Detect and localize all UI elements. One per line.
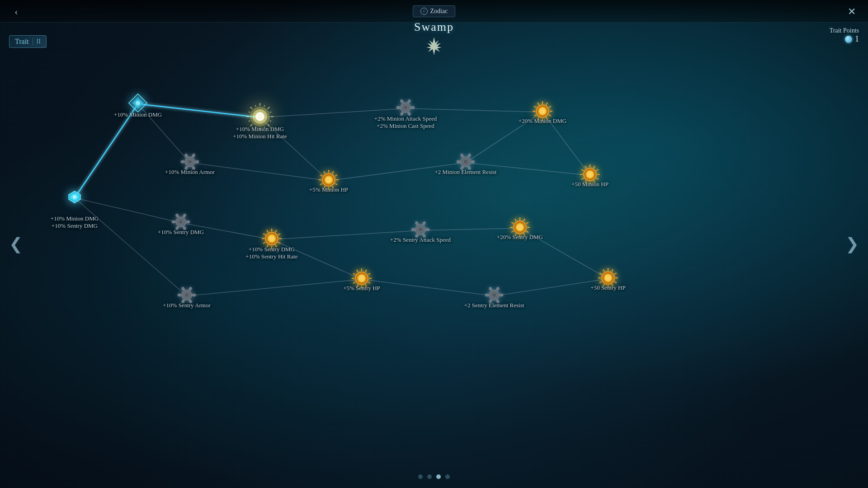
node-sun-minion-dmg-20[interactable]: +20% Minion DMG (531, 99, 554, 125)
node-gear-minion-elem[interactable]: +2 Minion Element Resist (455, 151, 476, 174)
svg-line-31 (264, 127, 264, 128)
svg-point-192 (500, 294, 503, 296)
node-sun-sentry-dmg-20[interactable]: +20% Sentry DMG (508, 216, 532, 241)
svg-line-209 (599, 282, 602, 283)
svg-point-184 (192, 294, 196, 296)
nav-right-button[interactable]: ❯ (845, 235, 859, 253)
points-gem-icon (845, 36, 852, 43)
svg-line-136 (267, 245, 268, 247)
svg-point-51 (181, 160, 184, 163)
svg-line-143 (278, 234, 280, 235)
svg-point-91 (539, 108, 546, 114)
svg-line-103 (549, 106, 551, 108)
svg-line-180 (357, 270, 358, 272)
node-gear-sentry-armor[interactable]: +10% Sentry Armor (176, 285, 197, 307)
dot-3[interactable] (436, 474, 441, 479)
trait-label: Trait (15, 38, 29, 46)
svg-point-144 (426, 228, 429, 231)
svg-line-2 (260, 108, 406, 117)
svg-line-179 (353, 273, 355, 275)
svg-line-206 (612, 284, 613, 286)
close-button[interactable]: ✕ (844, 5, 859, 19)
svg-line-102 (546, 103, 547, 105)
svg-line-110 (594, 181, 595, 183)
svg-point-107 (587, 171, 593, 178)
svg-point-80 (471, 160, 475, 163)
node-sun-minion-hp-50[interactable]: +50 Minion HP (578, 163, 602, 188)
zodiac-tab[interactable]: i Zodiac (413, 5, 456, 17)
node-gear-sentry-elem[interactable]: +2 Sentry Element Resist (484, 285, 505, 307)
svg-line-174 (365, 285, 367, 287)
node-sun-sentry-dmg-hit[interactable]: +10% Sentry DMG+10% Sentry Hit Rate (260, 227, 283, 252)
node-sun-sentry-hp[interactable]: +5% Sentry HP (350, 267, 373, 292)
svg-line-11 (75, 198, 181, 223)
trait-badge[interactable]: Trait II (9, 35, 47, 48)
svg-line-71 (335, 175, 337, 176)
svg-line-97 (534, 115, 536, 116)
back-button[interactable]: ‹ (9, 5, 24, 19)
svg-line-30 (268, 124, 269, 126)
svg-line-211 (599, 273, 602, 274)
svg-line-67 (320, 175, 322, 176)
svg-line-133 (278, 242, 280, 244)
dot-2[interactable] (427, 474, 432, 479)
zone-header: Swamp (414, 20, 454, 60)
svg-line-33 (255, 127, 256, 128)
svg-line-113 (581, 178, 584, 179)
svg-point-120 (186, 221, 190, 223)
svg-line-65 (320, 183, 322, 185)
svg-line-214 (612, 269, 613, 272)
nav-left-button[interactable]: ❮ (9, 235, 23, 253)
node-gear-sentry-speed[interactable]: +2% Sentry Attack Speed (410, 219, 431, 242)
svg-line-68 (324, 171, 325, 174)
svg-line-41 (264, 105, 264, 107)
svg-point-147 (411, 228, 415, 231)
svg-line-70 (332, 171, 334, 174)
node-gear-minion-armor[interactable]: +10% Minion Armor (179, 151, 200, 174)
svg-line-173 (368, 282, 370, 283)
svg-point-127 (179, 220, 183, 224)
svg-line-9 (466, 163, 590, 175)
svg-point-79 (403, 105, 408, 110)
svg-line-164 (515, 219, 516, 221)
svg-line-13 (272, 230, 420, 239)
svg-line-12 (181, 223, 272, 239)
svg-line-112 (585, 181, 586, 183)
dot-1[interactable] (418, 474, 423, 479)
svg-line-0 (75, 104, 138, 198)
svg-line-109 (596, 178, 599, 179)
svg-line-61 (335, 183, 337, 185)
info-icon: i (420, 8, 428, 15)
svg-line-119 (596, 169, 599, 171)
svg-line-96 (538, 117, 539, 120)
node-diamond-top[interactable]: +10% Minion DMG (128, 93, 148, 115)
svg-line-177 (353, 282, 355, 283)
svg-line-43 (270, 112, 271, 113)
svg-line-6 (190, 163, 329, 181)
svg-line-142 (275, 230, 277, 232)
node-sun-sentry-hp-50[interactable]: +50 Sentry HP (596, 266, 620, 291)
svg-line-160 (515, 234, 516, 236)
pagination (418, 474, 450, 479)
svg-line-115 (581, 169, 584, 171)
node-bright-center[interactable]: +10% Minion DMG+10% Minion Hit Rate (246, 103, 274, 132)
svg-line-94 (546, 117, 547, 120)
svg-point-131 (269, 235, 275, 242)
svg-line-39 (255, 105, 256, 107)
svg-line-16 (75, 198, 187, 296)
svg-point-203 (605, 275, 611, 281)
points-number: 1 (855, 34, 859, 44)
zodiac-label: Zodiac (430, 8, 448, 15)
svg-line-20 (520, 228, 608, 279)
svg-line-183 (368, 273, 370, 275)
node-gear-sentry-dmg[interactable]: +10% Sentry DMG (170, 211, 191, 234)
node-gear-minion-speed[interactable]: +2% Minion Attack Speed+2% Minion Cast S… (395, 97, 416, 120)
trait-level: II (33, 38, 41, 45)
svg-line-118 (594, 166, 595, 168)
svg-line-139 (263, 234, 265, 235)
node-sun-minion-hp[interactable]: +5% Minion HP (317, 168, 340, 193)
dot-4[interactable] (445, 474, 450, 479)
node-gem-start[interactable]: +10% Minion DMG+10% Sentry DMG (68, 190, 81, 206)
svg-line-100 (538, 103, 539, 105)
svg-line-35 (249, 121, 250, 121)
